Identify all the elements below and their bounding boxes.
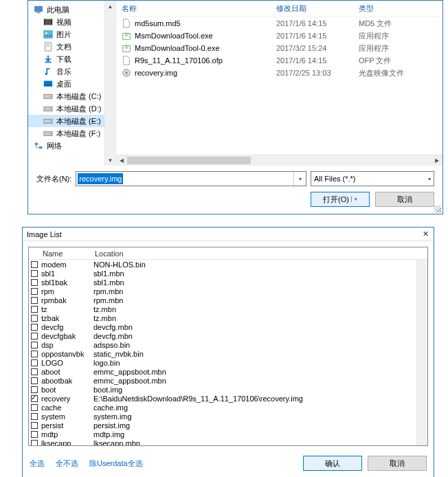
image-row[interactable]: mdtpmdtp.img bbox=[29, 430, 427, 439]
checkbox[interactable] bbox=[31, 359, 38, 366]
image-row[interactable]: devcfgdevcfg.mbn bbox=[29, 322, 427, 331]
checkbox[interactable] bbox=[31, 431, 38, 438]
file-row[interactable]: recovery.img2017/2/25 13:03光盘映像文件 bbox=[116, 67, 443, 79]
checkbox[interactable] bbox=[31, 315, 38, 322]
image-row[interactable]: persistpersist.img bbox=[29, 421, 427, 430]
tree-item[interactable]: 视频 bbox=[28, 16, 104, 28]
image-row[interactable]: LOGOlogo.bin bbox=[29, 358, 427, 367]
hscroll-thumb[interactable] bbox=[127, 157, 251, 164]
image-location: E:\BaiduNetdiskDownload\R9s_11_A.11_1701… bbox=[92, 395, 427, 403]
checkbox[interactable] bbox=[31, 368, 38, 375]
image-row[interactable]: cachecache.img bbox=[29, 403, 427, 412]
image-row[interactable]: rpmrpm.mbn bbox=[29, 287, 427, 296]
tree-item[interactable]: 此电脑 bbox=[28, 3, 104, 16]
tree-label: 本地磁盘 (E:) bbox=[56, 116, 101, 126]
scroll-down-icon[interactable]: ▼ bbox=[105, 155, 115, 166]
image-location: tz.mbn bbox=[92, 305, 427, 313]
image-row[interactable]: devcfgbakdevcfg.mbn bbox=[29, 331, 427, 340]
tree-item[interactable]: 本地磁盘 (C:) bbox=[28, 90, 104, 102]
tree-item[interactable]: 本地磁盘 (D:) bbox=[28, 102, 104, 115]
file-row[interactable]: MsmDownloadTool.exe2017/1/6 14:15应用程序 bbox=[116, 30, 443, 42]
checkbox[interactable] bbox=[31, 413, 38, 420]
tree-item[interactable]: 本地磁盘 (E:) bbox=[28, 115, 104, 127]
checkbox[interactable] bbox=[31, 404, 38, 411]
image-row[interactable]: systemsystem.img bbox=[29, 412, 427, 421]
checkbox[interactable] bbox=[31, 395, 38, 402]
image-row[interactable]: recoveryE:\BaiduNetdiskDownload\R9s_11_A… bbox=[29, 394, 427, 403]
checkbox[interactable] bbox=[31, 377, 38, 384]
image-location: emmc_appsboot.mbn bbox=[92, 368, 427, 376]
file-name: MsmDownloadTool.exe bbox=[135, 32, 213, 40]
cancel-button[interactable]: 取消 bbox=[375, 192, 434, 207]
resize-grip-icon[interactable] bbox=[434, 206, 441, 212]
image-row[interactable]: dspadspso.bin bbox=[29, 340, 427, 349]
image-row[interactable]: abootbakemmc_appsboot.mbn bbox=[29, 376, 427, 385]
tree-item[interactable]: 图片 bbox=[28, 28, 104, 41]
svg-point-19 bbox=[50, 121, 52, 122]
checkbox[interactable] bbox=[31, 351, 38, 357]
image-row[interactable]: sbl1baksbl1.mbn bbox=[29, 278, 427, 287]
image-row[interactable]: abootemmc_appsboot.mbn bbox=[29, 367, 427, 376]
select-none-link[interactable]: 全不选 bbox=[56, 458, 78, 469]
checkbox[interactable] bbox=[31, 333, 38, 340]
image-name: recovery bbox=[40, 395, 92, 403]
checkbox[interactable] bbox=[31, 440, 38, 447]
col-name[interactable]: 名称 bbox=[116, 3, 271, 14]
ok-button[interactable]: 确认 bbox=[303, 456, 362, 471]
filename-dropdown-icon[interactable]: ▾ bbox=[293, 172, 306, 186]
select-all-link[interactable]: 全选 bbox=[30, 458, 45, 469]
file-row[interactable]: MsmDownloadTool-0.exe2017/3/2 15:24应用程序 bbox=[116, 42, 443, 54]
col-type[interactable]: 类型 bbox=[353, 3, 443, 14]
image-row[interactable]: bootboot.img bbox=[29, 385, 427, 394]
image-row[interactable]: lksecapplksecapp.mbn bbox=[29, 439, 427, 446]
checkbox[interactable] bbox=[31, 306, 38, 313]
tree-item[interactable]: 下载 bbox=[28, 53, 104, 65]
image-table-scrollbar[interactable] bbox=[416, 260, 427, 445]
file-list[interactable]: md5sum.md52017/1/6 14:15MD5 文件MsmDownloa… bbox=[116, 17, 443, 155]
image-row[interactable]: tztz.mbn bbox=[29, 304, 427, 313]
checkbox[interactable] bbox=[31, 342, 38, 348]
scroll-up-icon[interactable]: ▲ bbox=[105, 1, 115, 12]
image-location: adspso.bin bbox=[92, 341, 427, 349]
col-img-location[interactable]: Location bbox=[92, 249, 427, 258]
col-img-name[interactable]: Name bbox=[40, 249, 92, 258]
image-name: persist bbox=[40, 421, 92, 430]
tree-item[interactable]: 本地磁盘 (F:) bbox=[28, 127, 104, 140]
tree-item[interactable]: 音乐 bbox=[28, 65, 104, 78]
filename-combo[interactable]: recovery.img ▾ bbox=[76, 171, 306, 186]
file-list-hscroll[interactable]: ◀ ▶ bbox=[116, 155, 443, 166]
checkbox[interactable] bbox=[31, 261, 38, 268]
sidebar-scrollbar[interactable]: ▲ ▼ bbox=[104, 1, 115, 166]
checkbox[interactable] bbox=[31, 422, 38, 429]
image-row[interactable]: tzbaktz.mbn bbox=[29, 313, 427, 322]
checkbox[interactable] bbox=[31, 279, 38, 286]
file-row[interactable]: R9s_11_A.11_170106.ofp2017/1/6 14:15OFP … bbox=[116, 54, 443, 67]
tree-item[interactable]: 文档 bbox=[28, 41, 104, 53]
close-icon[interactable]: ✕ bbox=[420, 229, 431, 240]
filename-label: 文件名(N): bbox=[36, 174, 71, 184]
image-row[interactable]: rpmbakrpm.mbn bbox=[29, 296, 427, 304]
open-button[interactable]: 打开(O) ▏▾ bbox=[311, 192, 370, 207]
scroll-left-icon[interactable]: ◀ bbox=[116, 155, 127, 166]
file-date: 2017/1/6 14:15 bbox=[271, 32, 353, 40]
image-row[interactable]: modemNON-HLOS.bin bbox=[29, 260, 427, 269]
image-location: devcfg.mbn bbox=[92, 323, 427, 331]
checkbox[interactable] bbox=[31, 386, 38, 393]
tree-item[interactable]: 桌面 bbox=[28, 78, 104, 90]
checkbox[interactable] bbox=[31, 297, 38, 304]
image-row[interactable]: sbl1sbl1.mbn bbox=[29, 269, 427, 278]
checkbox[interactable] bbox=[31, 288, 38, 295]
col-date[interactable]: 修改日期 bbox=[271, 3, 353, 14]
svg-point-6 bbox=[45, 32, 47, 34]
filetype-filter[interactable]: All Files (*.*) ▾ bbox=[311, 171, 434, 186]
cancel-button-2[interactable]: 取消 bbox=[368, 456, 427, 471]
checkbox[interactable] bbox=[31, 324, 38, 331]
tree-item[interactable]: 网络 bbox=[28, 140, 104, 152]
svg-point-11 bbox=[45, 73, 48, 76]
file-type: 应用程序 bbox=[353, 43, 443, 54]
image-row[interactable]: oppostanvbkstatic_nvbk.bin bbox=[29, 349, 427, 358]
file-row[interactable]: md5sum.md52017/1/6 14:15MD5 文件 bbox=[116, 17, 443, 30]
checkbox[interactable] bbox=[31, 270, 38, 277]
scroll-right-icon[interactable]: ▶ bbox=[432, 155, 443, 166]
select-except-userdata-link[interactable]: 除Userdata全选 bbox=[89, 458, 143, 469]
